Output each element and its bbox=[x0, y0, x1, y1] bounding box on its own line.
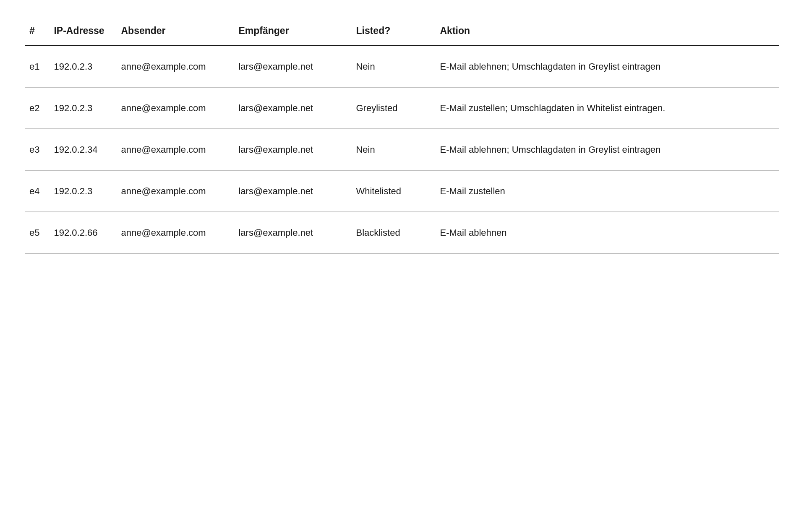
table-row: e1192.0.2.3anne@example.comlars@example.… bbox=[25, 46, 779, 88]
table-row: e4192.0.2.3anne@example.comlars@example.… bbox=[25, 170, 779, 212]
cell-sender: anne@example.com bbox=[117, 87, 234, 129]
cell-listed: Greylisted bbox=[352, 87, 436, 129]
cell-sender: anne@example.com bbox=[117, 129, 234, 170]
main-table: # IP-Adresse Absender Empfänger Listed? … bbox=[25, 17, 779, 254]
header-listed: Listed? bbox=[352, 17, 436, 46]
cell-listed: Blacklisted bbox=[352, 212, 436, 253]
cell-action: E-Mail zustellen; Umschlagdaten in White… bbox=[436, 87, 779, 129]
cell-action: E-Mail ablehnen bbox=[436, 212, 779, 253]
cell-action: E-Mail ablehnen; Umschlagdaten in Greyli… bbox=[436, 129, 779, 170]
cell-ip: 192.0.2.3 bbox=[50, 170, 117, 212]
header-recipient: Empfänger bbox=[234, 17, 352, 46]
cell-num: e1 bbox=[25, 46, 50, 88]
cell-recipient: lars@example.net bbox=[234, 212, 352, 253]
cell-sender: anne@example.com bbox=[117, 46, 234, 88]
cell-num: e4 bbox=[25, 170, 50, 212]
cell-sender: anne@example.com bbox=[117, 170, 234, 212]
cell-listed: Whitelisted bbox=[352, 170, 436, 212]
cell-recipient: lars@example.net bbox=[234, 170, 352, 212]
cell-ip: 192.0.2.3 bbox=[50, 46, 117, 88]
table-row: e5192.0.2.66anne@example.comlars@example… bbox=[25, 212, 779, 253]
table-row: e2192.0.2.3anne@example.comlars@example.… bbox=[25, 87, 779, 129]
cell-sender: anne@example.com bbox=[117, 212, 234, 253]
cell-ip: 192.0.2.66 bbox=[50, 212, 117, 253]
header-sender: Absender bbox=[117, 17, 234, 46]
table-row: e3192.0.2.34anne@example.comlars@example… bbox=[25, 129, 779, 170]
cell-listed: Nein bbox=[352, 46, 436, 88]
header-action: Aktion bbox=[436, 17, 779, 46]
table-header-row: # IP-Adresse Absender Empfänger Listed? … bbox=[25, 17, 779, 46]
cell-num: e5 bbox=[25, 212, 50, 253]
header-num: # bbox=[25, 17, 50, 46]
cell-num: e2 bbox=[25, 87, 50, 129]
cell-recipient: lars@example.net bbox=[234, 129, 352, 170]
cell-num: e3 bbox=[25, 129, 50, 170]
cell-listed: Nein bbox=[352, 129, 436, 170]
cell-recipient: lars@example.net bbox=[234, 87, 352, 129]
cell-recipient: lars@example.net bbox=[234, 46, 352, 88]
header-ip: IP-Adresse bbox=[50, 17, 117, 46]
cell-ip: 192.0.2.3 bbox=[50, 87, 117, 129]
cell-action: E-Mail zustellen bbox=[436, 170, 779, 212]
cell-action: E-Mail ablehnen; Umschlagdaten in Greyli… bbox=[436, 46, 779, 88]
cell-ip: 192.0.2.34 bbox=[50, 129, 117, 170]
